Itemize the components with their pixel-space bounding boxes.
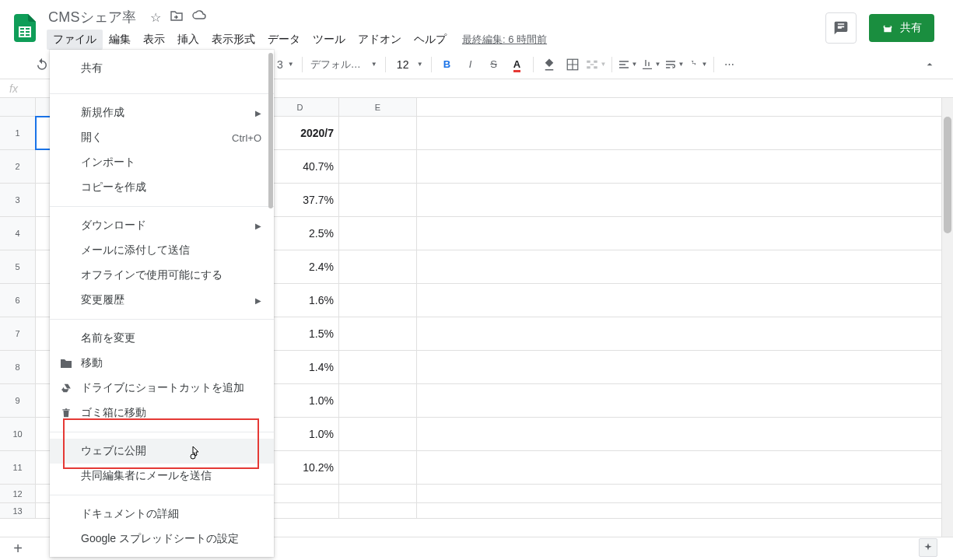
- row-header[interactable]: 10: [0, 418, 36, 450]
- menu-edit[interactable]: 編集: [103, 30, 137, 50]
- menu-email-collab[interactable]: 共同編集者にメールを送信: [50, 464, 274, 488]
- row-header[interactable]: 4: [0, 217, 36, 250]
- fill-color-button[interactable]: [538, 54, 560, 75]
- menu-new[interactable]: 新規作成▶: [50, 100, 274, 125]
- cell-E10[interactable]: [339, 418, 417, 450]
- cell-rest[interactable]: [417, 184, 941, 216]
- cell-E2[interactable]: [339, 150, 417, 183]
- borders-button[interactable]: [562, 54, 583, 75]
- menu-publish-web[interactable]: ウェブに公開: [50, 439, 274, 464]
- decimal-field[interactable]: 3▼: [274, 58, 297, 71]
- explore-button[interactable]: [919, 538, 937, 557]
- cell-rest[interactable]: [417, 485, 941, 502]
- bold-button[interactable]: B: [436, 54, 458, 75]
- cloud-icon[interactable]: [192, 10, 206, 25]
- row-header[interactable]: 7: [0, 317, 36, 350]
- strike-button[interactable]: S: [483, 54, 505, 75]
- menu-download[interactable]: ダウンロード▶: [50, 213, 274, 238]
- collapse-toolbar-button[interactable]: [919, 54, 941, 75]
- cell-rest[interactable]: [417, 418, 941, 450]
- menu-settings[interactable]: Google スプレッドシートの設定: [50, 527, 274, 551]
- sheets-logo[interactable]: [9, 12, 40, 44]
- star-icon[interactable]: ☆: [150, 10, 161, 25]
- menu-rename[interactable]: 名前を変更: [50, 326, 274, 351]
- cell-rest[interactable]: [417, 317, 941, 350]
- cell-E6[interactable]: [339, 284, 417, 317]
- font-picker[interactable]: デフォルト...▼: [307, 58, 380, 72]
- cell-E11[interactable]: [339, 451, 417, 484]
- menu-file[interactable]: ファイル: [47, 30, 103, 50]
- comments-button[interactable]: [825, 12, 857, 44]
- menu-addons[interactable]: アドオン: [352, 30, 408, 50]
- cell-rest[interactable]: [417, 503, 941, 518]
- doc-title[interactable]: CMSシェア率: [48, 8, 136, 26]
- cell-rest[interactable]: [417, 117, 941, 149]
- italic-button[interactable]: I: [460, 54, 482, 75]
- menu-copy[interactable]: コピーを作成: [50, 175, 274, 200]
- share-button-label: 共有: [900, 21, 922, 35]
- menu-tools[interactable]: ツール: [307, 30, 352, 50]
- row-header[interactable]: 1: [0, 117, 36, 149]
- text-color-button[interactable]: A: [506, 54, 528, 75]
- menu-doc-details[interactable]: ドキュメントの詳細: [50, 502, 274, 527]
- cell-rest[interactable]: [417, 384, 941, 417]
- cell-rest[interactable]: [417, 284, 941, 317]
- row-header[interactable]: 13: [0, 503, 36, 518]
- row-header[interactable]: 3: [0, 184, 36, 216]
- fx-icon: fx: [9, 82, 18, 95]
- menu-trash[interactable]: ゴミ箱に移動: [50, 401, 274, 425]
- row-header[interactable]: 9: [0, 384, 36, 417]
- menu-view[interactable]: 表示: [137, 30, 171, 50]
- menu-history[interactable]: 変更履歴▶: [50, 288, 274, 313]
- menu-data[interactable]: データ: [261, 30, 307, 50]
- cell-rest[interactable]: [417, 250, 941, 283]
- cell-rest[interactable]: [417, 351, 941, 383]
- more-button[interactable]: ⋯: [719, 54, 741, 75]
- add-sheet-button[interactable]: +: [6, 537, 30, 561]
- wrap-button[interactable]: ▼: [664, 54, 685, 75]
- svg-rect-0: [884, 28, 891, 32]
- cell-E7[interactable]: [339, 317, 417, 350]
- cell-rest[interactable]: [417, 451, 941, 484]
- menu-import[interactable]: インポート: [50, 150, 274, 175]
- merge-button[interactable]: ▼: [585, 54, 607, 75]
- row-header[interactable]: 2: [0, 150, 36, 183]
- cell-E1[interactable]: [339, 117, 417, 149]
- h-align-button[interactable]: ▼: [617, 54, 639, 75]
- col-header-e[interactable]: E: [339, 98, 417, 116]
- select-all-corner[interactable]: [0, 98, 36, 116]
- menu-help[interactable]: ヘルプ: [408, 30, 453, 50]
- menubar: ファイル 編集 表示 挿入 表示形式 データ ツール アドオン ヘルプ 最終編集…: [44, 28, 825, 50]
- v-align-button[interactable]: ▼: [640, 54, 662, 75]
- menu-move[interactable]: 移動: [50, 351, 274, 376]
- menu-print[interactable]: 印刷Ctrl+P: [50, 551, 274, 557]
- rotate-button[interactable]: ▼: [687, 54, 709, 75]
- row-header[interactable]: 8: [0, 351, 36, 383]
- menu-format[interactable]: 表示形式: [205, 30, 261, 50]
- cell-E5[interactable]: [339, 250, 417, 283]
- row-header[interactable]: 5: [0, 250, 36, 283]
- cell-rest[interactable]: [417, 150, 941, 183]
- move-folder-icon[interactable]: [170, 10, 183, 25]
- menu-offline[interactable]: オフラインで使用可能にする: [50, 263, 274, 288]
- menu-share[interactable]: 共有: [50, 50, 274, 87]
- menu-open[interactable]: 開くCtrl+O: [50, 125, 274, 150]
- row-header[interactable]: 6: [0, 284, 36, 317]
- font-size[interactable]: 12▼: [391, 58, 426, 71]
- menu-insert[interactable]: 挿入: [171, 30, 205, 50]
- cell-E9[interactable]: [339, 384, 417, 417]
- last-edit[interactable]: 最終編集: 6 時間前: [462, 33, 547, 47]
- cell-rest[interactable]: [417, 217, 941, 250]
- cell-E4[interactable]: [339, 217, 417, 250]
- menu-shortcut[interactable]: ドライブにショートカットを追加: [50, 376, 274, 401]
- cell-E13[interactable]: [339, 503, 417, 518]
- col-header-rest: [417, 98, 941, 116]
- row-header[interactable]: 12: [0, 485, 36, 502]
- menu-email-attach[interactable]: メールに添付して送信: [50, 238, 274, 263]
- vertical-scrollbar[interactable]: [941, 98, 953, 537]
- cell-E12[interactable]: [339, 485, 417, 502]
- share-button[interactable]: 共有: [869, 14, 934, 42]
- row-header[interactable]: 11: [0, 451, 36, 484]
- cell-E3[interactable]: [339, 184, 417, 216]
- cell-E8[interactable]: [339, 351, 417, 383]
